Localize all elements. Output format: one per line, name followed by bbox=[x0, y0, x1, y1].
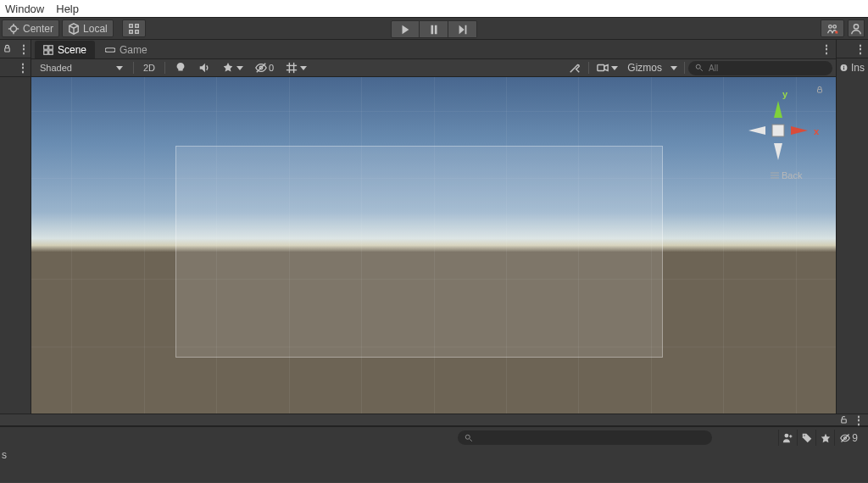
hierarchy-options-icon[interactable]: ⋮ bbox=[18, 62, 27, 74]
tag-icon bbox=[802, 433, 812, 443]
hierarchy-header: ⋮ bbox=[0, 40, 31, 58]
svg-point-53 bbox=[784, 434, 788, 438]
gizmos-dropdown[interactable]: Gizmos bbox=[624, 62, 681, 74]
svg-rect-50 bbox=[842, 419, 847, 423]
svg-marker-42 bbox=[774, 143, 782, 160]
panel-divider[interactable]: ⋮ bbox=[0, 414, 868, 426]
svg-point-36 bbox=[696, 64, 700, 69]
filter-favorites-button[interactable] bbox=[815, 430, 834, 446]
svg-rect-6 bbox=[129, 24, 132, 27]
shading-dropdown[interactable]: Shaded bbox=[35, 60, 128, 75]
main-toolbar: Center Local bbox=[0, 17, 868, 40]
menu-help[interactable]: Help bbox=[56, 3, 79, 15]
chevron-down-icon bbox=[611, 66, 618, 70]
tab-game-label: Game bbox=[120, 44, 147, 56]
svg-point-19 bbox=[854, 24, 858, 28]
space-mode-button[interactable]: Local bbox=[62, 19, 114, 37]
svg-marker-13 bbox=[459, 25, 464, 34]
tabs-menu-icon[interactable]: ⋮ bbox=[821, 43, 831, 55]
chevron-down-icon bbox=[236, 66, 243, 70]
hidden-layers-button[interactable]: 9 bbox=[834, 430, 863, 446]
pause-button[interactable] bbox=[420, 20, 448, 38]
pivot-mode-button[interactable]: Center bbox=[2, 19, 59, 37]
collab-button[interactable] bbox=[821, 19, 844, 37]
project-left-char: s bbox=[2, 449, 7, 461]
orientation-gizmo[interactable]: y x Back bbox=[733, 86, 822, 183]
pivot-icon bbox=[8, 23, 19, 35]
inspector-menu-icon[interactable]: ⋮ bbox=[855, 43, 865, 55]
filter-by-label-button[interactable] bbox=[797, 430, 815, 446]
svg-point-15 bbox=[829, 25, 832, 28]
panel-menu-icon[interactable]: ⋮ bbox=[19, 43, 28, 55]
camera-dropdown[interactable] bbox=[593, 60, 622, 75]
svg-rect-22 bbox=[49, 45, 53, 49]
pause-icon bbox=[428, 24, 440, 36]
svg-point-16 bbox=[833, 25, 837, 28]
gizmo-back-label[interactable]: Back bbox=[771, 170, 802, 180]
svg-rect-38 bbox=[818, 89, 822, 92]
gizmos-label: Gizmos bbox=[627, 62, 662, 74]
collab-icon bbox=[826, 23, 838, 35]
svg-marker-41 bbox=[748, 126, 765, 135]
scene-viewport[interactable]: y x Back bbox=[31, 77, 836, 414]
shading-label: Shaded bbox=[40, 63, 72, 73]
grid-snap-button[interactable] bbox=[122, 19, 146, 37]
axis-x-label: x bbox=[814, 126, 819, 136]
scene-search[interactable]: All bbox=[688, 61, 832, 75]
account-icon bbox=[850, 23, 862, 35]
eye-off-icon bbox=[255, 62, 267, 74]
svg-rect-24 bbox=[49, 50, 53, 54]
step-button[interactable] bbox=[448, 20, 477, 38]
divider-menu-icon[interactable]: ⋮ bbox=[854, 414, 863, 426]
lock-icon[interactable] bbox=[3, 44, 12, 53]
eye-off-icon bbox=[840, 433, 850, 443]
svg-line-33 bbox=[576, 69, 579, 72]
project-panel: 9 s bbox=[0, 426, 868, 482]
svg-point-51 bbox=[465, 435, 470, 439]
account-button[interactable] bbox=[848, 19, 865, 37]
lighting-toggle[interactable] bbox=[170, 60, 191, 75]
svg-rect-23 bbox=[44, 50, 48, 54]
menu-window[interactable]: Window bbox=[5, 3, 44, 15]
snap-icon bbox=[128, 23, 140, 35]
space-mode-label: Local bbox=[83, 23, 108, 35]
svg-marker-25 bbox=[200, 64, 205, 73]
os-menu-bar: Window Help bbox=[0, 0, 868, 17]
gizmo-lock-icon[interactable] bbox=[815, 86, 824, 96]
svg-rect-20 bbox=[5, 48, 10, 52]
perspective-bars-icon bbox=[771, 172, 779, 179]
hidden-count: 0 bbox=[269, 63, 274, 73]
svg-rect-49 bbox=[843, 66, 844, 67]
grid-visibility-dropdown[interactable] bbox=[281, 60, 311, 75]
chevron-down-icon bbox=[116, 66, 123, 70]
svg-line-52 bbox=[470, 439, 472, 441]
audio-toggle[interactable] bbox=[194, 60, 214, 75]
tab-game[interactable]: Game bbox=[97, 41, 156, 58]
scene-search-placeholder: All bbox=[709, 64, 718, 73]
svg-line-32 bbox=[570, 68, 575, 72]
svg-point-56 bbox=[804, 435, 805, 436]
svg-marker-35 bbox=[604, 65, 608, 71]
tools-button[interactable] bbox=[565, 60, 585, 75]
project-search[interactable] bbox=[458, 430, 712, 445]
search-icon bbox=[465, 434, 473, 442]
tab-inspector[interactable]: Ins bbox=[837, 58, 868, 77]
play-button[interactable] bbox=[391, 20, 420, 38]
search-icon bbox=[695, 64, 704, 72]
2d-toggle[interactable]: 2D bbox=[139, 60, 159, 75]
tab-scene[interactable]: Scene bbox=[35, 41, 95, 58]
person-plus-icon bbox=[782, 432, 793, 443]
scene-tabs: Scene Game ⋮ bbox=[31, 40, 836, 58]
scene-grid-icon bbox=[43, 45, 53, 55]
fx-icon bbox=[222, 62, 234, 74]
filter-by-type-button[interactable] bbox=[778, 430, 797, 446]
svg-rect-8 bbox=[129, 30, 132, 33]
svg-rect-12 bbox=[434, 25, 437, 34]
unlock-icon[interactable] bbox=[839, 415, 849, 425]
camera-icon bbox=[597, 62, 609, 74]
pivot-mode-label: Center bbox=[23, 23, 53, 35]
fx-dropdown[interactable] bbox=[218, 60, 248, 75]
inspector-panel: ⋮ Ins bbox=[836, 40, 868, 414]
hidden-objects-toggle[interactable]: 0 bbox=[251, 60, 278, 75]
svg-rect-21 bbox=[44, 45, 48, 49]
